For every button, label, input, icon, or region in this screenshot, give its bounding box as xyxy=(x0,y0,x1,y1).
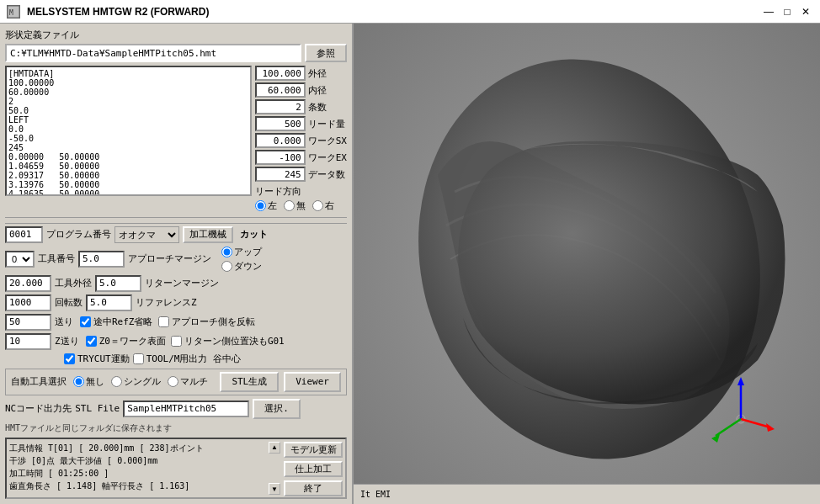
cut-up-radio[interactable] xyxy=(221,247,232,257)
auto-single-option[interactable]: シングル xyxy=(111,375,161,388)
lead-input[interactable] xyxy=(255,116,306,131)
close-button[interactable]: ✕ xyxy=(798,4,813,19)
cb5-check[interactable] xyxy=(171,336,182,347)
stl-filename-input[interactable] xyxy=(123,401,249,417)
bottom-text: It EMI xyxy=(360,490,391,499)
info-action-buttons: モデル更新 仕上加工 終了 xyxy=(284,442,343,495)
cb4-check[interactable] xyxy=(158,316,169,327)
params-grid: 外径 内径 条数 リード量 xyxy=(255,66,347,182)
cb5-item[interactable]: リターン側位置決もG01 xyxy=(171,335,285,347)
nc-output-section: NCコード出力先 STL File 選択. xyxy=(5,399,347,419)
cut-up-option[interactable]: アップ xyxy=(221,246,262,258)
auto-tool-label: 自動工具選択 xyxy=(11,375,67,388)
work-sx-row: ワークSX xyxy=(255,133,347,148)
cb4-label: アプローチ側を反転 xyxy=(172,316,255,328)
checkbox-group-2: Z0＝ワーク表面 リターン側位置決もG01 xyxy=(86,335,285,347)
info-time-text: 加工時間 [ 01:25:00 ] xyxy=(9,467,265,480)
info-tooth-text: 歯直角長さ [ 1.148] 軸平行長さ [ 1.163] xyxy=(9,480,265,492)
approach-margin-input[interactable] xyxy=(78,251,125,268)
end-button[interactable]: 終了 xyxy=(284,480,343,496)
window-title: MELSYSTEM HMTGW R2 (FORWARD) xyxy=(27,6,209,18)
work-ex-label: ワークEX xyxy=(308,151,347,164)
divider-1 xyxy=(5,217,347,218)
z-feed-label: Z送り xyxy=(55,335,79,347)
lead-dir-label: リード方向 xyxy=(255,185,301,198)
lead-none-option[interactable]: 無 xyxy=(284,199,306,212)
svg-text:M: M xyxy=(9,9,13,17)
cb6-check[interactable] xyxy=(133,353,144,364)
data-count-input[interactable] xyxy=(255,167,306,182)
viewer-button[interactable]: Viewer xyxy=(284,372,341,392)
inner-dia-input[interactable] xyxy=(255,82,306,98)
app-icon: M xyxy=(7,5,20,19)
cb4-item[interactable]: アプローチ側を反転 xyxy=(158,316,255,328)
cut-down-option[interactable]: ダウン xyxy=(221,260,262,273)
cb2-label: Z0＝ワーク表面 xyxy=(99,335,166,347)
lead-dir-radio-group: 左 無 右 xyxy=(255,199,347,212)
machine-button[interactable]: 加工機械 xyxy=(183,226,233,243)
cut-down-radio[interactable] xyxy=(221,261,232,272)
work-sx-input[interactable] xyxy=(255,133,306,148)
stl-buttons: STL生成 Viewer xyxy=(220,372,341,392)
z-feed-input[interactable] xyxy=(5,333,51,350)
lead-left-option[interactable]: 左 xyxy=(255,199,277,212)
machine-select[interactable]: オオクマ ファナック xyxy=(114,226,179,243)
lead-none-radio[interactable] xyxy=(284,200,295,211)
cb6-item[interactable]: TOOL/M用出力 谷中心 xyxy=(133,353,241,365)
lead-right-option[interactable]: 右 xyxy=(312,199,334,212)
lead-left-radio[interactable] xyxy=(255,200,266,211)
info-scroll-down[interactable]: ▼ xyxy=(269,483,280,495)
lead-direction-group: リード方向 xyxy=(255,185,347,198)
minimize-button[interactable]: — xyxy=(761,4,776,19)
feed-input[interactable] xyxy=(5,314,51,331)
program-section: プログラム番号 オオクマ ファナック 加工機械 カット 01 02 工具番号 xyxy=(5,223,347,365)
data-count-row: データ数 xyxy=(255,167,347,182)
conditions-input[interactable] xyxy=(255,99,306,114)
main-content: 形状定義ファイル 参照 [HMTDATA] 100.00000 60.00000… xyxy=(0,24,820,504)
auto-none-option[interactable]: 無し xyxy=(73,375,104,388)
cb3-label: TRYCUT運動 xyxy=(77,353,130,365)
cb2-check[interactable] xyxy=(86,336,97,347)
browse-button[interactable]: 参照 xyxy=(305,44,347,62)
stl-generate-button[interactable]: STL生成 xyxy=(220,372,279,392)
auto-single-radio[interactable] xyxy=(111,376,122,387)
title-bar: M MELSYSTEM HMTGW R2 (FORWARD) — □ ✕ xyxy=(0,0,820,24)
prog-num-label: プログラム番号 xyxy=(46,228,111,241)
info-section: 工具情報 T[01] [ 20.000]mm [ 238]ポイント 干渉 [0]… xyxy=(5,438,347,499)
finish-button[interactable]: 仕上加工 xyxy=(284,461,343,477)
conditions-label: 条数 xyxy=(308,101,327,114)
tool-outer-input[interactable] xyxy=(5,275,51,292)
outer-dia-input[interactable] xyxy=(255,66,306,81)
auto-multi-option[interactable]: マルチ xyxy=(168,375,208,388)
cb3-item[interactable]: TRYCUT運動 xyxy=(64,353,130,365)
file-path-input[interactable] xyxy=(5,44,301,62)
cb3-check[interactable] xyxy=(64,353,75,364)
lead-right-radio[interactable] xyxy=(312,200,323,211)
auto-tool-section: 自動工具選択 無し シングル マルチ STL生成 Viewer xyxy=(5,369,347,395)
conditions-row: 条数 xyxy=(255,99,347,114)
auto-multi-radio[interactable] xyxy=(168,376,178,387)
outer-dia-label: 外径 xyxy=(308,67,327,80)
cb2-item[interactable]: Z0＝ワーク表面 xyxy=(86,335,166,347)
model-update-button[interactable]: モデル更新 xyxy=(284,442,343,458)
lead-label: リード量 xyxy=(308,118,345,130)
tool-num-label: 工具番号 xyxy=(38,252,75,265)
auto-none-radio[interactable] xyxy=(73,376,84,387)
file-row: 参照 xyxy=(5,44,347,62)
info-scroll-up[interactable]: ▲ xyxy=(269,442,280,454)
cb6-label: TOOL/M用出力 谷中心 xyxy=(146,353,241,365)
maximize-button[interactable]: □ xyxy=(780,4,795,19)
select-button[interactable]: 選択. xyxy=(253,399,301,419)
hmt-data-textarea[interactable]: [HMTDATA] 100.00000 60.00000 2 50.0 LEFT… xyxy=(5,66,252,196)
ref-z-label: リファレンスZ xyxy=(136,296,197,309)
cb1-item[interactable]: 途中RefZ省略 xyxy=(80,316,153,328)
return-margin-input[interactable] xyxy=(95,275,141,292)
prog-num-input[interactable] xyxy=(5,226,43,243)
work-ex-input[interactable] xyxy=(255,150,306,165)
tool-num-select[interactable]: 01 02 xyxy=(5,251,35,268)
cut-label: カット xyxy=(240,229,268,240)
ref-z-input[interactable] xyxy=(86,294,132,311)
cb1-check[interactable] xyxy=(80,316,91,327)
info-text: 工具情報 T[01] [ 20.000]mm [ 238]ポイント 干渉 [0]… xyxy=(9,442,265,495)
rev-input[interactable] xyxy=(5,294,51,311)
